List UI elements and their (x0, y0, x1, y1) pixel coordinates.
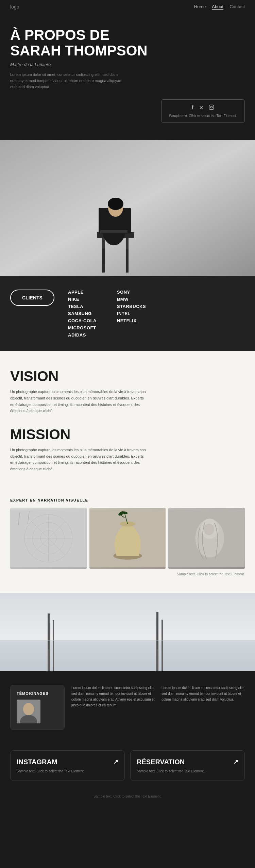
svg-rect-7 (102, 249, 105, 273)
instagram-card[interactable]: INSTAGRAM ↗ Sample text. Click to select… (10, 750, 125, 781)
client-microsoft: MICROSOFT (68, 325, 97, 330)
svg-rect-0 (209, 105, 214, 109)
vision-mission-section: VISION Un photographe capture les moment… (0, 351, 255, 498)
expert-label: EXPERT EN NARRATION VISUELLE (10, 498, 245, 502)
footer-sample-text[interactable]: Sample text. Click to select the Text El… (94, 795, 162, 798)
temoignages-label: TÉMOIGNAGES (17, 691, 58, 695)
svg-point-36 (204, 524, 214, 535)
client-starbucks: STARBUCKS (117, 304, 146, 309)
nav-contact[interactable]: Contact (230, 4, 245, 10)
navigation: logo Home About Contact (0, 0, 255, 14)
nav-about[interactable]: About (212, 4, 223, 10)
svg-rect-38 (0, 641, 255, 671)
expert-images (10, 508, 245, 569)
hero-title-line1: À PROPOS DE (10, 27, 109, 43)
expert-image-2 (89, 508, 166, 569)
client-adidas: ADIDAS (68, 332, 97, 338)
svg-point-1 (210, 106, 212, 108)
clients-button[interactable]: CLIENTS (10, 290, 54, 306)
nav-links: Home About Contact (194, 4, 245, 10)
client-apple: APPLE (68, 290, 97, 295)
mission-title: MISSION (10, 426, 245, 443)
instagram-label: INSTAGRAM (17, 758, 57, 766)
hero-description: Lorem ipsum dolor sit amet, consetetur s… (10, 72, 122, 90)
bottom-cards-section: INSTAGRAM ↗ Sample text. Click to select… (0, 743, 255, 791)
client-tesla: TESLA (68, 304, 97, 309)
client-sony: SONY (117, 290, 146, 295)
reservation-card-text[interactable]: Sample text. Click to select the Text El… (137, 769, 238, 773)
client-nike: NIKE (68, 297, 97, 302)
svg-point-2 (213, 106, 213, 106)
hero-photo-section (0, 140, 255, 276)
client-bmw: BMW (117, 297, 146, 302)
clients-list: APPLE NIKE TESLA SAMSUNG COCA-COLA MICRO… (68, 290, 146, 338)
instagram-card-text[interactable]: Sample text. Click to select the Text El… (17, 769, 118, 773)
hero-title: À PROPOS DE SARAH THOMPSON (10, 27, 245, 59)
expert-sample-text[interactable]: Sample text. Click to select the Text El… (10, 572, 245, 576)
mission-block: MISSION Un photographe capture les momen… (10, 426, 245, 472)
client-netflix: NETFLIX (117, 318, 146, 323)
hero-image (0, 140, 255, 276)
client-samsung: SAMSUNG (68, 311, 97, 316)
facebook-icon[interactable]: f (192, 104, 193, 111)
vision-title: VISION (10, 368, 245, 384)
vision-text: Un photographe capture les moments les p… (10, 389, 146, 414)
twitter-icon[interactable]: ✕ (199, 104, 203, 111)
clients-section: CLIENTS APPLE NIKE TESLA SAMSUNG COCA-CO… (0, 276, 255, 351)
temoignages-avatar (17, 700, 40, 723)
reservation-label: RÉSERVATION (137, 758, 185, 766)
svg-point-47 (23, 703, 34, 715)
expert-section: EXPERT EN NARRATION VISUELLE (0, 498, 255, 593)
reservation-card-title: RÉSERVATION ↗ (137, 758, 238, 766)
svg-rect-15 (100, 230, 128, 233)
hero-social-icons: f ✕ (169, 104, 237, 111)
reservation-arrow: ↗ (233, 758, 238, 766)
vision-block: VISION Un photographe capture les moment… (10, 368, 245, 414)
logo: logo (10, 4, 19, 10)
client-cocacola: COCA-COLA (68, 318, 97, 323)
expert-image-3 (168, 508, 245, 569)
landscape-section (0, 593, 255, 671)
clients-col-2: SONY BMW STARBUCKS INTEL NETFLIX (117, 290, 146, 338)
testimonials-section: TÉMOIGNAGES Lorem ipsum dolor sit amet, … (0, 671, 255, 743)
clients-col-1: APPLE NIKE TESLA SAMSUNG COCA-COLA MICRO… (68, 290, 97, 338)
svg-point-13 (108, 198, 123, 210)
svg-rect-40 (53, 620, 54, 671)
temoignages-card: TÉMOIGNAGES (10, 685, 65, 730)
mission-text: Un photographe capture les moments les p… (10, 447, 146, 472)
client-intel: INTEL (117, 311, 146, 316)
svg-rect-42 (162, 620, 163, 671)
hero-social-text: Sample text. Click to select the Text El… (169, 114, 237, 118)
instagram-arrow: ↗ (113, 758, 118, 766)
testimonial-text-2: Lorem ipsum dolor sit amet, consetetur s… (162, 685, 245, 702)
svg-rect-43 (48, 649, 49, 671)
hero-social-box[interactable]: f ✕ Sample text. Click to select the Tex… (161, 99, 245, 123)
svg-rect-8 (126, 249, 129, 273)
instagram-icon[interactable] (209, 104, 214, 111)
hero-subtitle: Maître de la Lumière (10, 62, 245, 67)
instagram-card-title: INSTAGRAM ↗ (17, 758, 118, 766)
reservation-card[interactable]: RÉSERVATION ↗ Sample text. Click to sele… (130, 750, 245, 781)
nav-home[interactable]: Home (194, 4, 206, 10)
footer: Sample text. Click to select the Text El… (0, 791, 255, 805)
hero-title-line2: SARAH THOMPSON (10, 43, 148, 59)
landscape-image (0, 593, 255, 671)
testimonial-text-1: Lorem ipsum dolor sit amet, consetetur s… (71, 685, 155, 708)
hero-section: À PROPOS DE SARAH THOMPSON Maître de la … (0, 14, 255, 140)
svg-rect-44 (157, 649, 158, 671)
expert-image-1 (10, 508, 87, 569)
